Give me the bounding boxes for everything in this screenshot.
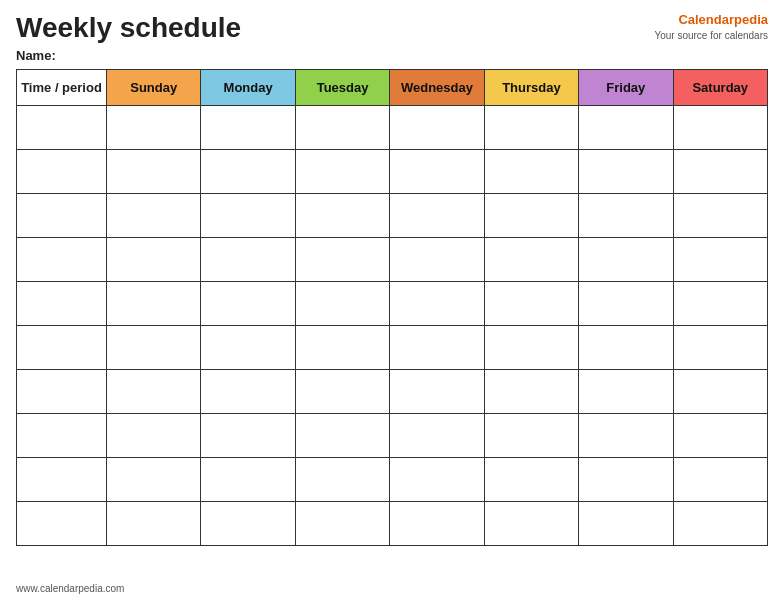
table-cell[interactable] xyxy=(201,194,295,238)
table-cell[interactable] xyxy=(107,150,201,194)
table-cell[interactable] xyxy=(390,194,484,238)
table-cell[interactable] xyxy=(390,502,484,546)
table-cell[interactable] xyxy=(295,150,389,194)
table-cell[interactable] xyxy=(295,414,389,458)
table-cell[interactable] xyxy=(579,238,673,282)
table-cell[interactable] xyxy=(17,106,107,150)
table-cell[interactable] xyxy=(673,458,767,502)
table-cell[interactable] xyxy=(390,282,484,326)
table-cell[interactable] xyxy=(673,282,767,326)
brand: Calendarpedia Your source for calendars xyxy=(654,12,768,42)
table-cell[interactable] xyxy=(484,282,578,326)
table-cell[interactable] xyxy=(673,502,767,546)
table-cell[interactable] xyxy=(579,106,673,150)
col-header-wednesday: Wednesday xyxy=(390,70,484,106)
table-cell[interactable] xyxy=(201,502,295,546)
table-cell[interactable] xyxy=(107,370,201,414)
table-cell[interactable] xyxy=(107,326,201,370)
page-title: Weekly schedule xyxy=(16,12,241,44)
col-header-thursday: Thursday xyxy=(484,70,578,106)
table-cell[interactable] xyxy=(201,238,295,282)
table-cell[interactable] xyxy=(673,150,767,194)
table-cell[interactable] xyxy=(673,414,767,458)
table-cell[interactable] xyxy=(17,194,107,238)
name-label: Name: xyxy=(16,48,768,63)
table-cell[interactable] xyxy=(17,414,107,458)
schedule-table: Time / period Sunday Monday Tuesday Wedn… xyxy=(16,69,768,546)
table-cell[interactable] xyxy=(201,282,295,326)
table-cell[interactable] xyxy=(107,238,201,282)
table-cell[interactable] xyxy=(390,370,484,414)
col-header-monday: Monday xyxy=(201,70,295,106)
table-cell[interactable] xyxy=(201,326,295,370)
brand-name: Calendarpedia xyxy=(654,12,768,29)
brand-name-part2: pedia xyxy=(734,12,768,27)
table-cell[interactable] xyxy=(201,458,295,502)
table-cell[interactable] xyxy=(484,194,578,238)
table-cell[interactable] xyxy=(295,458,389,502)
table-cell[interactable] xyxy=(201,414,295,458)
table-cell[interactable] xyxy=(17,502,107,546)
table-cell[interactable] xyxy=(201,106,295,150)
col-header-time: Time / period xyxy=(17,70,107,106)
table-cell[interactable] xyxy=(484,326,578,370)
table-cell[interactable] xyxy=(579,282,673,326)
table-cell[interactable] xyxy=(201,150,295,194)
brand-tagline: Your source for calendars xyxy=(654,29,768,42)
brand-name-part1: Calendar xyxy=(678,12,734,27)
table-cell[interactable] xyxy=(579,150,673,194)
table-cell[interactable] xyxy=(673,238,767,282)
table-cell[interactable] xyxy=(390,326,484,370)
table-cell[interactable] xyxy=(390,150,484,194)
table-cell[interactable] xyxy=(390,106,484,150)
table-cell[interactable] xyxy=(390,238,484,282)
table-cell[interactable] xyxy=(484,106,578,150)
table-cell[interactable] xyxy=(17,458,107,502)
table-cell[interactable] xyxy=(17,326,107,370)
table-cell[interactable] xyxy=(17,238,107,282)
table-cell[interactable] xyxy=(107,282,201,326)
table-cell[interactable] xyxy=(107,458,201,502)
col-header-friday: Friday xyxy=(579,70,673,106)
col-header-sunday: Sunday xyxy=(107,70,201,106)
table-cell[interactable] xyxy=(484,502,578,546)
table-cell[interactable] xyxy=(579,370,673,414)
table-cell[interactable] xyxy=(484,370,578,414)
table-cell[interactable] xyxy=(295,502,389,546)
table-cell[interactable] xyxy=(673,326,767,370)
table-cell[interactable] xyxy=(295,370,389,414)
table-cell[interactable] xyxy=(673,106,767,150)
table-cell[interactable] xyxy=(295,238,389,282)
table-cell[interactable] xyxy=(484,150,578,194)
table-cell[interactable] xyxy=(107,194,201,238)
table-cell[interactable] xyxy=(107,414,201,458)
table-cell[interactable] xyxy=(484,458,578,502)
table-cell[interactable] xyxy=(17,370,107,414)
table-cell[interactable] xyxy=(17,150,107,194)
table-cell[interactable] xyxy=(484,414,578,458)
table-cell[interactable] xyxy=(295,326,389,370)
footer-url: www.calendarpedia.com xyxy=(16,583,124,594)
table-cell[interactable] xyxy=(579,326,673,370)
table-cell[interactable] xyxy=(579,502,673,546)
table-cell[interactable] xyxy=(673,194,767,238)
table-cell[interactable] xyxy=(295,106,389,150)
table-cell[interactable] xyxy=(107,106,201,150)
table-cell[interactable] xyxy=(579,414,673,458)
page: Weekly schedule Calendarpedia Your sourc… xyxy=(0,0,784,600)
table-cell[interactable] xyxy=(390,458,484,502)
table-cell[interactable] xyxy=(390,414,484,458)
table-cell[interactable] xyxy=(579,194,673,238)
table-cell[interactable] xyxy=(107,502,201,546)
table-cell[interactable] xyxy=(673,370,767,414)
header: Weekly schedule Calendarpedia Your sourc… xyxy=(16,12,768,44)
col-header-saturday: Saturday xyxy=(673,70,767,106)
table-cell[interactable] xyxy=(295,194,389,238)
table-cell[interactable] xyxy=(295,282,389,326)
table-cell[interactable] xyxy=(484,238,578,282)
col-header-tuesday: Tuesday xyxy=(295,70,389,106)
table-cell[interactable] xyxy=(579,458,673,502)
table-cell[interactable] xyxy=(201,370,295,414)
table-cell[interactable] xyxy=(17,282,107,326)
